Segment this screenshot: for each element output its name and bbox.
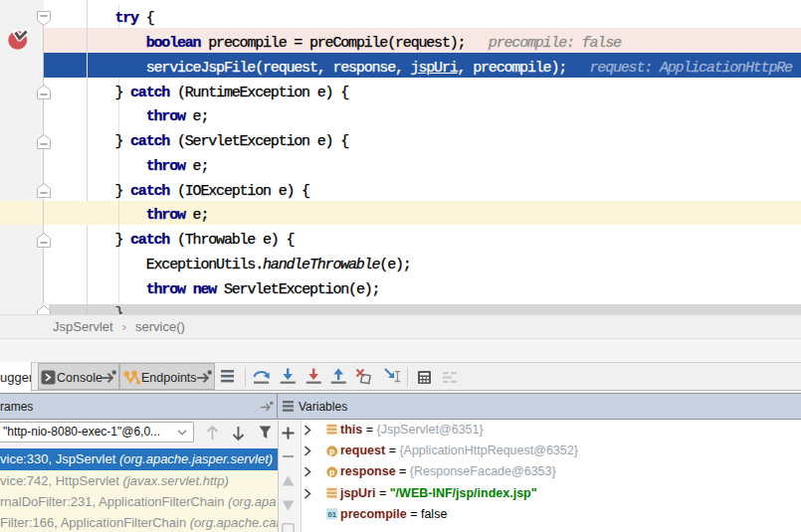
svg-text:01: 01 (327, 510, 336, 519)
svg-text:p: p (329, 467, 334, 477)
svg-text:p: p (329, 445, 334, 455)
